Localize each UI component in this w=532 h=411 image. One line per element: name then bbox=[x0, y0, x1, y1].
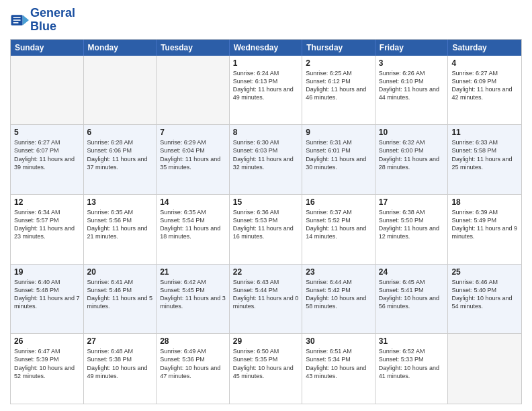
day-info: Sunrise: 6:35 AMSunset: 5:54 PMDaylight:… bbox=[160, 208, 226, 241]
table-row: 28Sunrise: 6:49 AMSunset: 5:36 PMDayligh… bbox=[157, 334, 230, 404]
day-info: Sunrise: 6:26 AMSunset: 6:10 PMDaylight:… bbox=[379, 69, 445, 102]
day-number: 15 bbox=[233, 197, 299, 207]
svg-rect-2 bbox=[13, 17, 21, 18]
svg-rect-4 bbox=[13, 22, 19, 24]
table-row: 3Sunrise: 6:26 AMSunset: 6:10 PMDaylight… bbox=[375, 56, 449, 125]
day-info: Sunrise: 6:27 AMSunset: 6:07 PMDaylight:… bbox=[14, 138, 80, 171]
day-number: 29 bbox=[233, 336, 299, 346]
table-row bbox=[11, 56, 84, 125]
logo-text-line1: General bbox=[30, 7, 75, 20]
day-number: 11 bbox=[451, 128, 518, 137]
day-info: Sunrise: 6:40 AMSunset: 5:48 PMDaylight:… bbox=[14, 278, 80, 311]
day-number: 23 bbox=[306, 267, 371, 277]
calendar-header: SundayMondayTuesdayWednesdayThursdayFrid… bbox=[11, 40, 521, 56]
table-row: 4Sunrise: 6:27 AMSunset: 6:09 PMDaylight… bbox=[448, 56, 521, 125]
day-info: Sunrise: 6:34 AMSunset: 5:57 PMDaylight:… bbox=[14, 208, 80, 241]
day-info: Sunrise: 6:32 AMSunset: 6:00 PMDaylight:… bbox=[379, 138, 445, 171]
day-number: 14 bbox=[160, 197, 226, 207]
day-info: Sunrise: 6:29 AMSunset: 6:04 PMDaylight:… bbox=[160, 138, 226, 171]
header-day-tuesday: Tuesday bbox=[157, 40, 230, 56]
table-row: 13Sunrise: 6:35 AMSunset: 5:56 PMDayligh… bbox=[84, 195, 157, 264]
day-info: Sunrise: 6:39 AMSunset: 5:49 PMDaylight:… bbox=[451, 208, 518, 241]
table-row: 9Sunrise: 6:31 AMSunset: 6:01 PMDaylight… bbox=[302, 125, 375, 194]
svg-marker-1 bbox=[23, 15, 29, 26]
table-row: 12Sunrise: 6:34 AMSunset: 5:57 PMDayligh… bbox=[11, 195, 84, 264]
table-row: 23Sunrise: 6:44 AMSunset: 5:42 PMDayligh… bbox=[302, 265, 375, 334]
day-info: Sunrise: 6:28 AMSunset: 6:06 PMDaylight:… bbox=[87, 138, 153, 171]
table-row: 14Sunrise: 6:35 AMSunset: 5:54 PMDayligh… bbox=[157, 195, 230, 264]
day-number: 20 bbox=[87, 267, 153, 277]
day-info: Sunrise: 6:52 AMSunset: 5:33 PMDaylight:… bbox=[379, 347, 445, 380]
table-row: 22Sunrise: 6:43 AMSunset: 5:44 PMDayligh… bbox=[230, 265, 303, 334]
day-info: Sunrise: 6:31 AMSunset: 6:01 PMDaylight:… bbox=[306, 138, 371, 171]
day-info: Sunrise: 6:50 AMSunset: 5:35 PMDaylight:… bbox=[233, 347, 299, 380]
day-info: Sunrise: 6:41 AMSunset: 5:46 PMDaylight:… bbox=[87, 278, 153, 311]
day-number: 6 bbox=[87, 128, 153, 137]
day-info: Sunrise: 6:24 AMSunset: 6:13 PMDaylight:… bbox=[233, 69, 299, 102]
day-number: 21 bbox=[160, 267, 226, 277]
table-row: 20Sunrise: 6:41 AMSunset: 5:46 PMDayligh… bbox=[84, 265, 157, 334]
day-info: Sunrise: 6:42 AMSunset: 5:45 PMDaylight:… bbox=[160, 278, 226, 311]
day-number: 5 bbox=[14, 128, 80, 137]
day-number: 22 bbox=[233, 267, 299, 277]
table-row: 11Sunrise: 6:33 AMSunset: 5:58 PMDayligh… bbox=[448, 125, 521, 194]
day-number: 31 bbox=[379, 336, 445, 346]
day-info: Sunrise: 6:51 AMSunset: 5:34 PMDaylight:… bbox=[306, 347, 371, 380]
header-day-saturday: Saturday bbox=[448, 40, 521, 56]
day-info: Sunrise: 6:30 AMSunset: 6:03 PMDaylight:… bbox=[233, 138, 299, 171]
table-row: 31Sunrise: 6:52 AMSunset: 5:33 PMDayligh… bbox=[375, 334, 449, 404]
day-number: 10 bbox=[379, 128, 445, 137]
header-day-thursday: Thursday bbox=[302, 40, 375, 56]
day-number: 25 bbox=[451, 267, 518, 277]
svg-rect-3 bbox=[13, 19, 21, 21]
day-number: 4 bbox=[451, 58, 518, 68]
table-row: 17Sunrise: 6:38 AMSunset: 5:50 PMDayligh… bbox=[375, 195, 449, 264]
table-row bbox=[84, 56, 157, 125]
table-row: 24Sunrise: 6:45 AMSunset: 5:41 PMDayligh… bbox=[375, 265, 449, 334]
calendar-week-1: 1Sunrise: 6:24 AMSunset: 6:13 PMDaylight… bbox=[11, 56, 521, 126]
table-row bbox=[448, 334, 521, 404]
day-number: 9 bbox=[306, 128, 371, 137]
day-info: Sunrise: 6:43 AMSunset: 5:44 PMDaylight:… bbox=[233, 278, 299, 311]
calendar-body: 1Sunrise: 6:24 AMSunset: 6:13 PMDaylight… bbox=[11, 56, 521, 404]
day-info: Sunrise: 6:48 AMSunset: 5:38 PMDaylight:… bbox=[87, 347, 153, 380]
table-row: 10Sunrise: 6:32 AMSunset: 6:00 PMDayligh… bbox=[375, 125, 449, 194]
day-number: 24 bbox=[379, 267, 445, 277]
day-info: Sunrise: 6:38 AMSunset: 5:50 PMDaylight:… bbox=[379, 208, 445, 241]
day-number: 2 bbox=[306, 58, 371, 68]
day-number: 19 bbox=[14, 267, 80, 277]
logo: General Blue bbox=[10, 7, 75, 34]
day-number: 16 bbox=[306, 197, 371, 207]
calendar-week-4: 19Sunrise: 6:40 AMSunset: 5:48 PMDayligh… bbox=[11, 265, 521, 334]
table-row: 2Sunrise: 6:25 AMSunset: 6:12 PMDaylight… bbox=[302, 56, 375, 125]
day-number: 7 bbox=[160, 128, 226, 137]
table-row: 29Sunrise: 6:50 AMSunset: 5:35 PMDayligh… bbox=[230, 334, 303, 404]
table-row: 16Sunrise: 6:37 AMSunset: 5:52 PMDayligh… bbox=[302, 195, 375, 264]
day-number: 27 bbox=[87, 336, 153, 346]
day-number: 26 bbox=[14, 336, 80, 346]
page-header: General Blue bbox=[10, 7, 522, 34]
table-row: 30Sunrise: 6:51 AMSunset: 5:34 PMDayligh… bbox=[302, 334, 375, 404]
header-day-sunday: Sunday bbox=[11, 40, 84, 56]
table-row: 25Sunrise: 6:46 AMSunset: 5:40 PMDayligh… bbox=[448, 265, 521, 334]
day-number: 3 bbox=[379, 58, 445, 68]
calendar-week-2: 5Sunrise: 6:27 AMSunset: 6:07 PMDaylight… bbox=[11, 125, 521, 195]
day-number: 1 bbox=[233, 58, 299, 68]
day-info: Sunrise: 6:35 AMSunset: 5:56 PMDaylight:… bbox=[87, 208, 153, 241]
header-day-wednesday: Wednesday bbox=[230, 40, 303, 56]
calendar: SundayMondayTuesdayWednesdayThursdayFrid… bbox=[10, 39, 522, 404]
logo-icon bbox=[10, 11, 29, 30]
day-number: 30 bbox=[306, 336, 371, 346]
header-day-monday: Monday bbox=[84, 40, 157, 56]
calendar-week-5: 26Sunrise: 6:47 AMSunset: 5:39 PMDayligh… bbox=[11, 334, 521, 404]
day-info: Sunrise: 6:49 AMSunset: 5:36 PMDaylight:… bbox=[160, 347, 226, 380]
table-row: 21Sunrise: 6:42 AMSunset: 5:45 PMDayligh… bbox=[157, 265, 230, 334]
day-info: Sunrise: 6:46 AMSunset: 5:40 PMDaylight:… bbox=[451, 278, 518, 311]
table-row: 27Sunrise: 6:48 AMSunset: 5:38 PMDayligh… bbox=[84, 334, 157, 404]
table-row: 18Sunrise: 6:39 AMSunset: 5:49 PMDayligh… bbox=[448, 195, 521, 264]
day-number: 8 bbox=[233, 128, 299, 137]
day-number: 18 bbox=[451, 197, 518, 207]
day-number: 28 bbox=[160, 336, 226, 346]
day-info: Sunrise: 6:45 AMSunset: 5:41 PMDaylight:… bbox=[379, 278, 445, 311]
table-row: 1Sunrise: 6:24 AMSunset: 6:13 PMDaylight… bbox=[230, 56, 303, 125]
